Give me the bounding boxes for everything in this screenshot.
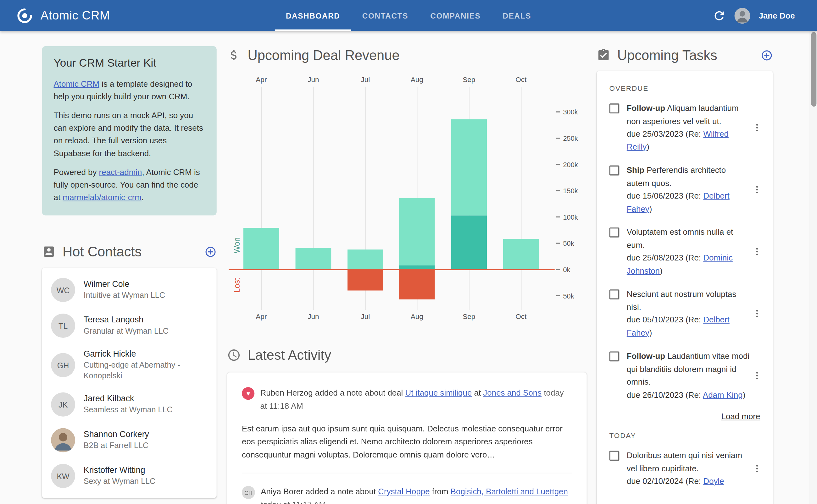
- activity-divider: [242, 473, 572, 474]
- contact-list-item[interactable]: JKJared KilbackSeamless at Wyman LLC: [42, 386, 217, 422]
- task-body: Ship Perferendis architecto autem quos.d…: [627, 164, 750, 216]
- starter-kit-link[interactable]: marmelab/atomic-crm: [63, 193, 141, 202]
- task-menu-button[interactable]: [751, 462, 763, 475]
- hot-contacts-header: Hot Contacts: [42, 243, 217, 260]
- task-body: Follow-up Aliquam laudantium non asperio…: [627, 102, 750, 153]
- bar-won-aug[interactable]: [399, 198, 435, 265]
- contact-list-item[interactable]: WCWilmer ColeIntuitive at Wyman LLC: [42, 272, 217, 308]
- user-avatar[interactable]: [735, 8, 750, 23]
- bar-won-oct[interactable]: [503, 239, 539, 270]
- nav-tab-companies[interactable]: COMPANIES: [419, 0, 491, 31]
- task-text: Follow-up Laudantium vitae modi qui blan…: [627, 350, 750, 388]
- task-checkbox[interactable]: [609, 351, 620, 361]
- task-checkbox[interactable]: [609, 103, 620, 113]
- task-menu-button[interactable]: [751, 307, 763, 320]
- activity-link[interactable]: Jones and Sons: [483, 388, 541, 397]
- contact-name: Kristoffer Witting: [84, 465, 155, 475]
- bar-won-sep[interactable]: [451, 119, 487, 215]
- hot-contacts-list: WCWilmer ColeIntuitive at Wyman LLCTLTer…: [42, 268, 217, 498]
- x-axis-label-top: Sep: [448, 76, 490, 84]
- page-scrollbar[interactable]: [810, 31, 817, 504]
- nav-tab-contacts[interactable]: CONTACTS: [351, 0, 419, 31]
- starter-kit-link[interactable]: Atomic CRM: [54, 79, 99, 88]
- starter-kit-text-segment: This demo runs on a mock API, so you can…: [54, 111, 203, 158]
- task-menu-button[interactable]: [751, 369, 763, 382]
- nav-tab-deals[interactable]: DEALS: [491, 0, 542, 31]
- bar-won-jul[interactable]: [348, 249, 383, 270]
- task-due-date: due 02/10/2024 (Re: Doyle: [627, 475, 750, 488]
- y-tick-label: 50k: [563, 239, 574, 247]
- task-menu-button[interactable]: [751, 245, 763, 258]
- task-contact-link[interactable]: Dominic Johnston: [627, 253, 733, 275]
- task-contact-link[interactable]: Delbert Fahey: [627, 315, 730, 337]
- load-more-link[interactable]: Load more: [609, 412, 760, 421]
- bar-lost-jul[interactable]: [348, 270, 383, 291]
- x-axis-label-bottom: Oct: [500, 313, 542, 320]
- task-checkbox[interactable]: [609, 289, 620, 299]
- y-axis-tick: 200k: [556, 160, 578, 169]
- add-task-button[interactable]: [761, 49, 773, 61]
- nav-tab-dashboard[interactable]: DASHBOARD: [275, 0, 351, 31]
- task-contact-link[interactable]: Adam King: [703, 390, 743, 399]
- task-due-date: due 25/03/2023 (Re: Wilfred Reilly): [627, 128, 750, 153]
- activity-link[interactable]: Bogisich, Bartoletti and Luettgen: [451, 487, 568, 496]
- contact-list-item[interactable]: KWKristoffer WittingSexy at Wyman LLC: [42, 458, 217, 494]
- task-menu-button[interactable]: [751, 121, 763, 134]
- task-contact-link[interactable]: Delbert Fahey: [627, 191, 730, 213]
- contact-list-item[interactable]: GHGarrick HickleCutting-edge at Abernath…: [42, 343, 217, 386]
- x-axis-label-bottom: Apr: [240, 313, 282, 320]
- bar-lost-aug[interactable]: [399, 270, 435, 299]
- contact-avatar-small: CH: [242, 486, 255, 499]
- starter-kit-paragraph: Powered by react-admin, Atomic CRM is fu…: [54, 166, 205, 204]
- contact-description: B2B at Farrell LLC: [84, 440, 149, 451]
- chart-gridline: [313, 87, 314, 310]
- scrollbar-thumb[interactable]: [811, 32, 816, 107]
- x-axis-label-top: Jun: [293, 76, 335, 84]
- contact-list-item[interactable]: Shannon CorkeryB2B at Farrell LLC: [42, 422, 217, 458]
- revenue-chart-plot: Won Lost AprAprJunJunJulJulAugAugSepSepO…: [229, 87, 555, 326]
- tasks-section-label: OVERDUE: [609, 85, 760, 92]
- contact-card-icon: [42, 245, 56, 258]
- task-menu-button[interactable]: [751, 183, 763, 196]
- task-text: Ship Perferendis architecto autem quos.: [627, 164, 750, 190]
- refresh-icon[interactable]: [712, 9, 726, 22]
- task-checkbox[interactable]: [609, 227, 620, 238]
- contact-name: Teresa Langosh: [84, 315, 168, 325]
- y-tick-mark: [556, 269, 560, 270]
- right-column: Upcoming Tasks OVERDUEFollow-up Aliquam …: [596, 46, 773, 504]
- activity-item-header: ♥Ruben Herzog added a note about deal Ut…: [242, 386, 572, 413]
- task-contact-link[interactable]: Doyle: [703, 476, 724, 485]
- activity-text-segment: Aniya Borer added a note about: [261, 487, 378, 496]
- x-axis-label-top: Apr: [240, 76, 282, 84]
- contact-info: Wilmer ColeIntuitive at Wyman LLC: [84, 279, 165, 300]
- bar-won-jun[interactable]: [296, 248, 332, 270]
- activity-link[interactable]: Ut itaque similique: [405, 388, 472, 397]
- starter-kit-link[interactable]: react-admin: [99, 167, 142, 176]
- bar-won-confirmed-sep[interactable]: [451, 215, 487, 269]
- bar-won-apr[interactable]: [244, 228, 279, 270]
- task-item: Follow-up Laudantium vitae modi qui blan…: [609, 350, 760, 401]
- add-contact-button[interactable]: [205, 246, 217, 258]
- x-axis-label-bottom: Jun: [293, 313, 335, 320]
- contact-list-item[interactable]: TLTeresa LangoshGranular at Wyman LLC: [42, 308, 217, 344]
- y-axis-tick: 250k: [556, 134, 578, 142]
- task-checkbox[interactable]: [609, 166, 620, 176]
- task-item: Doloribus autem qui nisi veniam vel libe…: [609, 449, 760, 488]
- app-logo-icon[interactable]: [16, 7, 34, 25]
- task-due-date: due 26/10/2023 (Re: Adam King): [627, 388, 750, 401]
- contact-info: Kristoffer WittingSexy at Wyman LLC: [84, 465, 155, 486]
- revenue-title: Upcoming Deal Revenue: [248, 47, 399, 63]
- task-checkbox[interactable]: [609, 451, 620, 461]
- starter-kit-text-segment: .: [141, 193, 144, 202]
- contact-photo-avatar: [51, 428, 75, 452]
- x-axis-label-top: Oct: [500, 76, 542, 84]
- task-contact-link[interactable]: Wilfred Reilly: [627, 129, 729, 151]
- task-body: Nesciunt aut nostrum voluptas nisi.due 0…: [627, 288, 750, 339]
- task-due-date: due 25/08/2023 (Re: Dominic Johnston): [627, 252, 750, 277]
- y-axis-tick: 300k: [556, 108, 578, 116]
- task-text: Voluptatem est omnis nulla et eum.: [627, 226, 750, 252]
- chart-zero-line: [229, 269, 555, 270]
- x-axis-label-bottom: Aug: [396, 313, 438, 320]
- activity-link[interactable]: Crystal Hoppe: [378, 487, 430, 496]
- y-axis-tick: 0k: [556, 265, 570, 274]
